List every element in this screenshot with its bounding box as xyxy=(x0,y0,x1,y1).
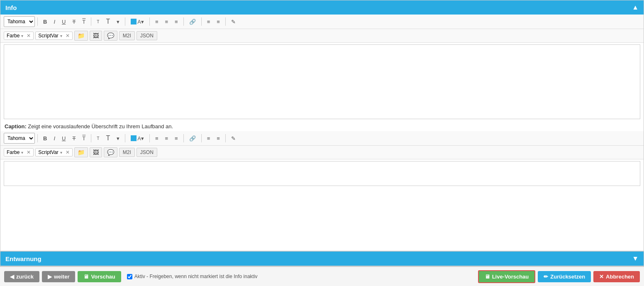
bold-button[interactable]: B xyxy=(40,17,50,27)
caption-description: Zeigt eine vorauslaufende Überschrift zu… xyxy=(28,123,173,130)
aktiv-checkbox[interactable] xyxy=(127,274,132,279)
align-left-button[interactable]: ≡ xyxy=(152,17,161,27)
align-right-button[interactable]: ≡ xyxy=(172,17,181,27)
caption-italic-button[interactable]: I xyxy=(51,134,58,143)
font-select[interactable]: Tahoma Arial Verdana xyxy=(4,16,35,27)
live-preview-label: Live-Vorschau xyxy=(492,274,529,280)
caption-align-left-button[interactable]: ≡ xyxy=(152,134,161,143)
separator6 xyxy=(201,17,202,26)
entwarnung-title: Entwarnung xyxy=(5,255,41,262)
underline-button[interactable]: U xyxy=(59,17,68,27)
separator4 xyxy=(149,17,150,26)
align-center-button[interactable]: ≡ xyxy=(162,17,171,27)
back-icon: ◀ xyxy=(10,274,14,280)
next-icon: ▶ xyxy=(48,274,52,280)
folder-button[interactable]: 📁 xyxy=(74,31,88,41)
caption-editor-area[interactable] xyxy=(4,161,640,186)
editor-toolbar-2: Farbe ▾ ✕ ScriptVar ▾ ✕ 📁 🖼 💬 M2I JSON xyxy=(0,29,644,43)
caption-scriptvar-label: ScriptVar xyxy=(38,149,58,155)
back-label: zurück xyxy=(16,274,34,280)
footer-bar: ◀ zurück ▶ weiter 🖥 Vorschau Aktiv - Fre… xyxy=(0,266,644,286)
caption-color-text-button[interactable]: A▾ xyxy=(128,134,147,143)
cap-sep6 xyxy=(201,134,202,142)
separator5 xyxy=(183,17,184,26)
preview-icon: 🖥 xyxy=(83,274,89,280)
caption-farbe-label: Farbe xyxy=(7,149,20,155)
overline-button[interactable]: T xyxy=(79,17,88,27)
caption-strikethrough-button[interactable]: T xyxy=(69,134,78,143)
reset-button[interactable]: ✏ Zurücksetzen xyxy=(538,271,591,282)
caption-folder-button[interactable]: 📁 xyxy=(74,147,88,157)
italic-button[interactable]: I xyxy=(51,17,58,27)
caption-comment-button[interactable]: 💬 xyxy=(104,147,117,157)
caption-link-button[interactable]: 🔗 xyxy=(186,134,199,143)
cancel-label: Abbrechen xyxy=(606,274,634,280)
m2i-button[interactable]: M2I xyxy=(119,31,135,40)
caption-underline-button[interactable]: U xyxy=(59,134,68,143)
json-button[interactable]: JSON xyxy=(137,31,157,40)
info-panel: Info ▲ Tahoma Arial Verdana B I U T T T … xyxy=(0,0,644,251)
aktiv-status: Aktiv - Freigeben, wenn nicht markiert i… xyxy=(127,274,258,279)
caption-font-size-dropdown-button[interactable]: ▾ xyxy=(114,134,122,143)
farbe-clear-icon[interactable]: ✕ xyxy=(27,33,31,39)
ordered-list-button[interactable]: ≡ xyxy=(204,17,213,27)
main-editor-area[interactable] xyxy=(4,44,640,119)
farbe-label: Farbe xyxy=(7,33,20,39)
entwarnung-collapse-icon[interactable]: ▼ xyxy=(632,255,639,262)
caption-ordered-list-button[interactable]: ≡ xyxy=(204,134,213,143)
scriptvar-arrow-icon: ▾ xyxy=(60,34,62,38)
back-button[interactable]: ◀ zurück xyxy=(4,271,39,282)
info-panel-header: Info ▲ xyxy=(0,0,644,15)
entwarnung-panel-header: Entwarnung ▼ xyxy=(0,252,644,266)
caption-overline-button[interactable]: T xyxy=(79,134,88,143)
caption-font-size-small-button[interactable]: T xyxy=(94,134,102,142)
caption-scriptvar-arrow-icon: ▾ xyxy=(60,150,62,155)
preview-button[interactable]: 🖥 Vorschau xyxy=(78,271,121,282)
caption-farbe-dropdown[interactable]: Farbe ▾ ✕ xyxy=(4,148,34,156)
caption-font-size-large-button[interactable]: T xyxy=(103,133,113,144)
caption-json-button[interactable]: JSON xyxy=(137,148,157,157)
separator2 xyxy=(91,17,91,26)
caption-font-select[interactable]: Tahoma Arial Verdana xyxy=(4,133,35,144)
scriptvar-dropdown[interactable]: ScriptVar ▾ ✕ xyxy=(35,32,72,40)
font-size-small-button[interactable]: T xyxy=(94,18,102,26)
entwarnung-panel: Entwarnung ▼ xyxy=(0,251,644,266)
caption-unordered-list-button[interactable]: ≡ xyxy=(214,134,223,143)
color-text-button[interactable]: A▾ xyxy=(128,17,147,27)
live-preview-button[interactable]: 🖥 Live-Vorschau xyxy=(478,270,536,283)
scriptvar-label: ScriptVar xyxy=(38,33,58,39)
caption-farbe-clear-icon[interactable]: ✕ xyxy=(27,149,31,155)
caption-image-button[interactable]: 🖼 xyxy=(90,147,102,157)
clear-format-button[interactable]: ✎ xyxy=(228,17,239,27)
image-button[interactable]: 🖼 xyxy=(90,31,102,41)
caption-label: Caption: Zeigt eine vorauslaufende Übers… xyxy=(0,121,644,131)
cap-sep7 xyxy=(225,134,226,142)
caption-align-center-button[interactable]: ≡ xyxy=(162,134,171,143)
cap-sep5 xyxy=(183,134,184,142)
strikethrough-button[interactable]: T xyxy=(69,17,78,27)
caption-align-right-button[interactable]: ≡ xyxy=(172,134,181,143)
font-size-dropdown-button[interactable]: ▾ xyxy=(114,17,122,27)
caption-toolbar-1: Tahoma Arial Verdana B I U T T T T ▾ A▾ … xyxy=(0,131,644,146)
unordered-list-button[interactable]: ≡ xyxy=(214,17,223,27)
font-size-large-button[interactable]: T xyxy=(103,16,113,27)
caption-scriptvar-clear-icon[interactable]: ✕ xyxy=(66,149,70,155)
separator xyxy=(37,17,38,26)
farbe-arrow-icon: ▾ xyxy=(21,34,23,38)
caption-strong: Caption: xyxy=(5,123,27,130)
info-collapse-icon[interactable]: ▲ xyxy=(632,4,639,11)
caption-m2i-button[interactable]: M2I xyxy=(119,148,135,157)
link-button[interactable]: 🔗 xyxy=(186,17,199,27)
live-preview-icon: 🖥 xyxy=(485,274,490,280)
comment-button[interactable]: 💬 xyxy=(104,31,117,41)
cancel-icon: ✕ xyxy=(599,274,604,280)
cancel-button[interactable]: ✕ Abbrechen xyxy=(593,271,640,282)
cap-separator xyxy=(37,134,38,142)
caption-toolbar-2: Farbe ▾ ✕ ScriptVar ▾ ✕ 📁 🖼 💬 M2I JSON xyxy=(0,146,644,159)
caption-scriptvar-dropdown[interactable]: ScriptVar ▾ ✕ xyxy=(35,148,72,156)
caption-bold-button[interactable]: B xyxy=(40,134,50,143)
farbe-dropdown[interactable]: Farbe ▾ ✕ xyxy=(4,32,34,40)
caption-clear-format-button[interactable]: ✎ xyxy=(228,134,239,143)
next-button[interactable]: ▶ weiter xyxy=(42,271,76,282)
scriptvar-clear-icon[interactable]: ✕ xyxy=(66,33,70,39)
